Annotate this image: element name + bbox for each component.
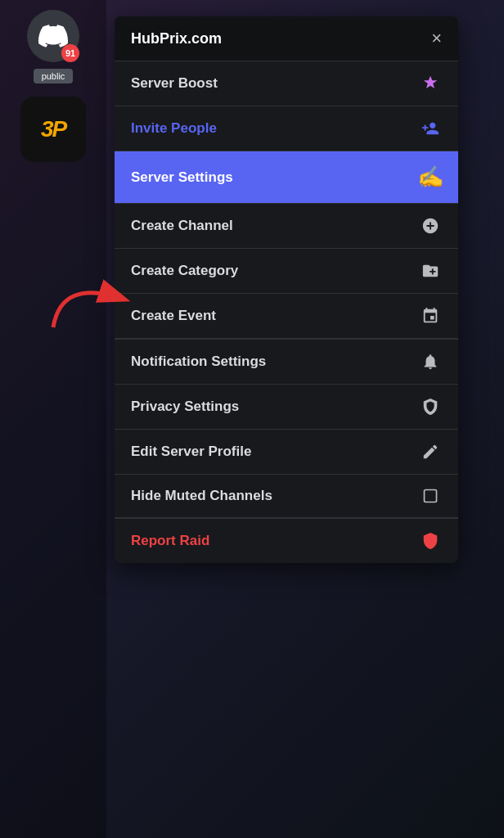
hide-muted-channels-label: Hide Muted Channels xyxy=(131,488,272,504)
menu-item-invite-people[interactable]: Invite People xyxy=(115,106,458,151)
menu-item-create-category[interactable]: Create Category xyxy=(115,249,458,294)
create-event-label: Create Event xyxy=(131,308,216,324)
report-raid-label: Report Raid xyxy=(131,533,209,549)
notification-settings-icon xyxy=(419,353,442,371)
server-boost-label: Server Boost xyxy=(131,75,218,92)
notification-settings-label: Notification Settings xyxy=(131,354,266,370)
edit-server-profile-label: Edit Server Profile xyxy=(131,444,251,460)
server-settings-label: Server Settings xyxy=(131,169,233,186)
server-boost-icon xyxy=(419,74,442,92)
report-raid-icon xyxy=(419,532,442,550)
menu-item-create-event[interactable]: Create Event xyxy=(115,294,458,339)
server-abbreviation: 3P xyxy=(41,116,65,142)
edit-server-profile-icon xyxy=(419,443,442,461)
privacy-settings-label: Privacy Settings xyxy=(131,399,239,415)
dropdown-title: HubPrix.com xyxy=(131,30,222,47)
create-channel-label: Create Channel xyxy=(131,218,233,234)
discord-logo[interactable]: 91 xyxy=(27,10,79,62)
server-icon[interactable]: 3P xyxy=(20,97,86,162)
close-button[interactable]: × xyxy=(431,29,442,47)
invite-people-icon xyxy=(419,119,442,137)
menu-item-server-settings[interactable]: Server Settings ✍ ☞ xyxy=(115,151,458,204)
public-tag: public xyxy=(34,69,74,83)
context-menu: HubPrix.com × Server Boost Invite People… xyxy=(115,16,458,563)
sidebar: 91 public 3P xyxy=(0,0,106,838)
menu-item-report-raid[interactable]: Report Raid xyxy=(115,519,458,563)
menu-item-notification-settings[interactable]: Notification Settings xyxy=(115,340,458,385)
menu-item-server-boost[interactable]: Server Boost xyxy=(115,61,458,106)
create-category-icon xyxy=(419,262,442,280)
create-category-label: Create Category xyxy=(131,263,238,279)
create-event-icon xyxy=(419,307,442,325)
notification-badge: 91 xyxy=(61,44,79,62)
menu-item-privacy-settings[interactable]: Privacy Settings xyxy=(115,385,458,430)
arrow-left-indicator xyxy=(45,262,135,339)
svg-rect-1 xyxy=(425,490,437,502)
dropdown-header: HubPrix.com × xyxy=(115,16,458,61)
menu-item-edit-server-profile[interactable]: Edit Server Profile xyxy=(115,430,458,475)
server-settings-icon: ✍ xyxy=(419,164,442,190)
privacy-settings-icon xyxy=(419,398,442,416)
hide-muted-channels-icon xyxy=(419,488,442,504)
menu-item-hide-muted-channels[interactable]: Hide Muted Channels xyxy=(115,475,458,518)
create-channel-icon xyxy=(419,217,442,235)
menu-item-create-channel[interactable]: Create Channel xyxy=(115,204,458,249)
invite-people-label: Invite People xyxy=(131,120,217,137)
